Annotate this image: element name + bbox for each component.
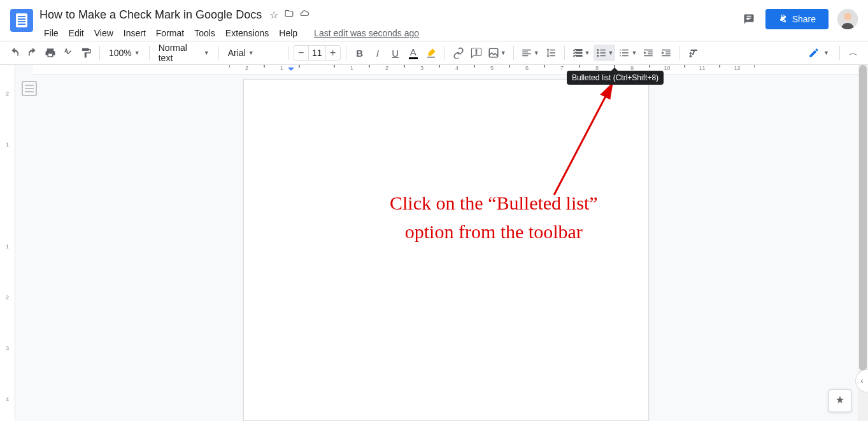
menu-format[interactable]: Format [152, 25, 189, 41]
svg-rect-4 [489, 48, 498, 57]
vertical-ruler[interactable]: 211234 [0, 65, 15, 421]
document-title[interactable]: How to Make a Check Mark in Google Docs [39, 8, 262, 22]
svg-point-5 [597, 49, 599, 51]
print-button[interactable] [42, 45, 59, 61]
bulleted-list-tooltip: Bulleted list (Ctrl+Shift+8) [567, 71, 664, 85]
checklist-button[interactable]: ▼ [570, 45, 592, 61]
star-icon[interactable]: ☆ [269, 9, 278, 21]
menubar: File Edit View Insert Format Tools Exten… [39, 25, 741, 41]
clear-format-button[interactable] [685, 45, 702, 61]
cloud-status-icon[interactable] [300, 9, 309, 21]
link-button[interactable] [450, 45, 467, 61]
svg-point-3 [844, 13, 851, 20]
underline-button[interactable]: U [387, 45, 404, 61]
menu-tools[interactable]: Tools [190, 25, 220, 41]
numbered-list-button[interactable]: ▼ [616, 45, 639, 61]
menu-edit[interactable]: Edit [64, 25, 89, 41]
collapse-toolbar-button[interactable]: ︿ [845, 45, 862, 61]
font-size-input[interactable] [308, 46, 326, 60]
svg-point-6 [597, 52, 599, 54]
vertical-scrollbar[interactable] [858, 65, 868, 421]
comments-icon[interactable] [741, 11, 757, 27]
style-dropdown[interactable]: Normal text▼ [155, 45, 213, 61]
annotation-text: Click on the “Bulleted list” option from… [390, 189, 598, 246]
font-size-decrease[interactable]: − [294, 47, 308, 59]
title-area: How to Make a Check Mark in Google Docs … [39, 6, 741, 41]
document-page[interactable] [243, 79, 649, 421]
font-size-group: − + [294, 45, 341, 61]
redo-button[interactable] [24, 45, 41, 61]
editing-mode-dropdown[interactable]: ▼ [803, 47, 834, 59]
highlight-button[interactable] [423, 45, 439, 61]
menu-file[interactable]: File [39, 25, 63, 41]
zoom-dropdown[interactable]: 100%▼ [105, 45, 144, 61]
line-spacing-button[interactable] [543, 45, 559, 61]
svg-rect-1 [781, 17, 785, 20]
share-button[interactable]: Share [765, 9, 829, 29]
docs-logo-icon[interactable] [10, 9, 33, 32]
italic-button[interactable]: I [369, 45, 386, 61]
undo-button[interactable] [6, 45, 23, 61]
spellcheck-button[interactable] [60, 45, 76, 61]
horizontal-ruler[interactable]: 21123456789101112 [33, 65, 868, 75]
toolbar: 100%▼ Normal text▼ Arial▼ − + B I U A ▼ … [0, 41, 868, 65]
titlebar: How to Make a Check Mark in Google Docs … [0, 0, 868, 41]
font-size-increase[interactable]: + [326, 47, 340, 59]
share-label: Share [792, 14, 816, 24]
bulleted-list-button[interactable]: ▼ [594, 45, 616, 61]
indent-increase-button[interactable] [658, 45, 674, 61]
text-color-button[interactable]: A [405, 45, 422, 61]
last-edit-link[interactable]: Last edit was seconds ago [309, 25, 423, 41]
menu-view[interactable]: View [90, 25, 118, 41]
move-icon[interactable] [285, 9, 294, 21]
font-dropdown[interactable]: Arial▼ [224, 45, 283, 61]
menu-extensions[interactable]: Extensions [221, 25, 273, 41]
image-button[interactable]: ▼ [486, 45, 508, 61]
menu-help[interactable]: Help [274, 25, 302, 41]
indent-decrease-button[interactable] [640, 45, 657, 61]
account-avatar[interactable] [837, 9, 858, 29]
paint-format-button[interactable] [78, 45, 94, 61]
svg-point-7 [597, 55, 599, 57]
menu-insert[interactable]: Insert [119, 25, 150, 41]
indent-marker-icon[interactable] [288, 68, 294, 74]
comment-button[interactable] [468, 45, 485, 61]
bold-button[interactable]: B [352, 45, 368, 61]
explore-button[interactable] [829, 389, 851, 412]
align-button[interactable]: ▼ [519, 45, 541, 61]
